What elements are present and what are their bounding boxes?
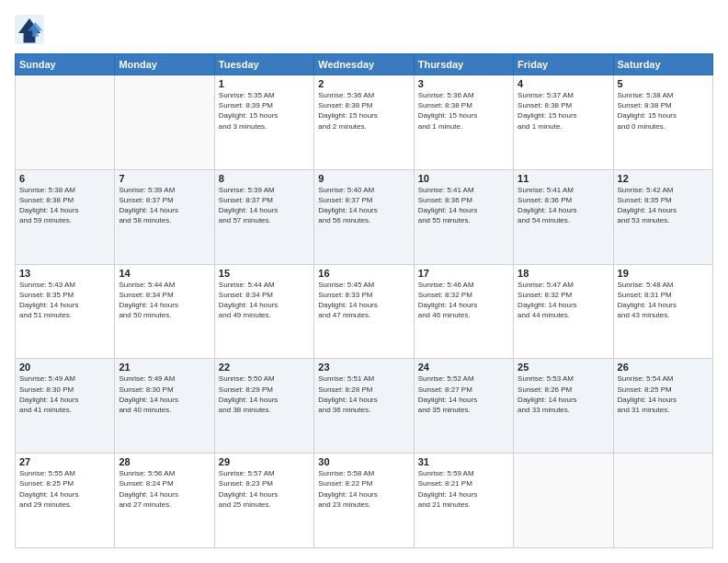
day-number: 24 bbox=[418, 362, 509, 373]
day-info: Sunrise: 5:43 AM Sunset: 8:35 PM Dayligh… bbox=[19, 280, 110, 321]
day-number: 1 bbox=[219, 78, 310, 89]
day-number: 17 bbox=[418, 268, 509, 279]
page: SundayMondayTuesdayWednesdayThursdayFrid… bbox=[0, 0, 728, 563]
day-number: 18 bbox=[518, 268, 609, 279]
day-info: Sunrise: 5:53 AM Sunset: 8:26 PM Dayligh… bbox=[518, 373, 609, 415]
day-info: Sunrise: 5:58 AM Sunset: 8:22 PM Dayligh… bbox=[318, 468, 409, 510]
calendar-cell: 31Sunrise: 5:59 AM Sunset: 8:21 PM Dayli… bbox=[414, 454, 513, 548]
day-info: Sunrise: 5:40 AM Sunset: 8:37 PM Dayligh… bbox=[318, 185, 409, 226]
header-row: SundayMondayTuesdayWednesdayThursdayFrid… bbox=[16, 54, 713, 75]
day-number: 27 bbox=[19, 456, 110, 467]
day-info: Sunrise: 5:51 AM Sunset: 8:28 PM Dayligh… bbox=[318, 373, 409, 415]
day-number: 7 bbox=[119, 173, 210, 184]
day-info: Sunrise: 5:36 AM Sunset: 8:38 PM Dayligh… bbox=[318, 90, 409, 132]
day-number: 22 bbox=[219, 362, 310, 373]
calendar-cell: 1Sunrise: 5:35 AM Sunset: 8:39 PM Daylig… bbox=[214, 75, 313, 170]
week-row-4: 20Sunrise: 5:49 AM Sunset: 8:30 PM Dayli… bbox=[16, 359, 713, 454]
day-info: Sunrise: 5:50 AM Sunset: 8:29 PM Dayligh… bbox=[219, 373, 310, 415]
day-info: Sunrise: 5:39 AM Sunset: 8:37 PM Dayligh… bbox=[119, 185, 210, 226]
calendar-cell: 16Sunrise: 5:45 AM Sunset: 8:33 PM Dayli… bbox=[314, 264, 414, 359]
day-number: 9 bbox=[318, 173, 409, 184]
day-number: 20 bbox=[19, 362, 110, 373]
col-header-monday: Monday bbox=[115, 54, 214, 75]
calendar-cell: 15Sunrise: 5:44 AM Sunset: 8:34 PM Dayli… bbox=[214, 264, 313, 359]
calendar-cell: 14Sunrise: 5:44 AM Sunset: 8:34 PM Dayli… bbox=[115, 264, 214, 359]
day-number: 14 bbox=[119, 268, 210, 279]
week-row-2: 6Sunrise: 5:38 AM Sunset: 8:38 PM Daylig… bbox=[16, 169, 713, 264]
calendar-cell bbox=[16, 75, 115, 170]
calendar-cell: 29Sunrise: 5:57 AM Sunset: 8:23 PM Dayli… bbox=[214, 454, 313, 548]
day-info: Sunrise: 5:49 AM Sunset: 8:30 PM Dayligh… bbox=[19, 373, 110, 415]
day-info: Sunrise: 5:38 AM Sunset: 8:38 PM Dayligh… bbox=[19, 185, 110, 226]
day-number: 16 bbox=[318, 268, 409, 279]
calendar-cell bbox=[514, 454, 613, 548]
day-info: Sunrise: 5:41 AM Sunset: 8:36 PM Dayligh… bbox=[418, 185, 509, 226]
calendar-cell: 3Sunrise: 5:36 AM Sunset: 8:38 PM Daylig… bbox=[414, 75, 513, 170]
calendar-cell bbox=[613, 454, 712, 548]
day-info: Sunrise: 5:47 AM Sunset: 8:32 PM Dayligh… bbox=[518, 280, 609, 321]
calendar-cell: 11Sunrise: 5:41 AM Sunset: 8:36 PM Dayli… bbox=[514, 169, 613, 264]
day-number: 2 bbox=[318, 78, 409, 89]
calendar-cell: 6Sunrise: 5:38 AM Sunset: 8:38 PM Daylig… bbox=[16, 169, 115, 264]
calendar-cell: 28Sunrise: 5:56 AM Sunset: 8:24 PM Dayli… bbox=[115, 454, 214, 548]
day-number: 12 bbox=[618, 173, 709, 184]
calendar-cell: 27Sunrise: 5:55 AM Sunset: 8:25 PM Dayli… bbox=[16, 454, 115, 548]
day-info: Sunrise: 5:42 AM Sunset: 8:35 PM Dayligh… bbox=[618, 185, 709, 226]
day-number: 11 bbox=[518, 173, 609, 184]
week-row-1: 1Sunrise: 5:35 AM Sunset: 8:39 PM Daylig… bbox=[16, 75, 713, 170]
calendar-cell: 20Sunrise: 5:49 AM Sunset: 8:30 PM Dayli… bbox=[16, 359, 115, 454]
day-number: 19 bbox=[618, 268, 709, 279]
day-number: 6 bbox=[19, 173, 110, 184]
day-info: Sunrise: 5:35 AM Sunset: 8:39 PM Dayligh… bbox=[219, 90, 310, 132]
calendar-cell bbox=[115, 75, 214, 170]
col-header-saturday: Saturday bbox=[613, 54, 712, 75]
calendar-cell: 22Sunrise: 5:50 AM Sunset: 8:29 PM Dayli… bbox=[214, 359, 313, 454]
calendar-cell: 19Sunrise: 5:48 AM Sunset: 8:31 PM Dayli… bbox=[613, 264, 712, 359]
day-number: 21 bbox=[119, 362, 210, 373]
day-info: Sunrise: 5:52 AM Sunset: 8:27 PM Dayligh… bbox=[418, 373, 509, 415]
day-info: Sunrise: 5:48 AM Sunset: 8:31 PM Dayligh… bbox=[618, 280, 709, 321]
calendar-cell: 21Sunrise: 5:49 AM Sunset: 8:30 PM Dayli… bbox=[115, 359, 214, 454]
calendar-cell: 23Sunrise: 5:51 AM Sunset: 8:28 PM Dayli… bbox=[314, 359, 414, 454]
day-number: 3 bbox=[418, 78, 509, 89]
calendar-cell: 7Sunrise: 5:39 AM Sunset: 8:37 PM Daylig… bbox=[115, 169, 214, 264]
day-number: 13 bbox=[19, 268, 110, 279]
calendar-cell: 25Sunrise: 5:53 AM Sunset: 8:26 PM Dayli… bbox=[514, 359, 613, 454]
day-info: Sunrise: 5:37 AM Sunset: 8:38 PM Dayligh… bbox=[518, 90, 609, 132]
day-number: 30 bbox=[318, 456, 409, 467]
calendar-cell: 2Sunrise: 5:36 AM Sunset: 8:38 PM Daylig… bbox=[314, 75, 414, 170]
col-header-sunday: Sunday bbox=[16, 54, 115, 75]
calendar-cell: 12Sunrise: 5:42 AM Sunset: 8:35 PM Dayli… bbox=[613, 169, 712, 264]
day-info: Sunrise: 5:46 AM Sunset: 8:32 PM Dayligh… bbox=[418, 280, 509, 321]
day-info: Sunrise: 5:44 AM Sunset: 8:34 PM Dayligh… bbox=[219, 280, 310, 321]
day-number: 28 bbox=[119, 456, 210, 467]
day-info: Sunrise: 5:44 AM Sunset: 8:34 PM Dayligh… bbox=[119, 280, 210, 321]
col-header-wednesday: Wednesday bbox=[314, 54, 414, 75]
logo-icon bbox=[15, 15, 44, 44]
calendar-cell: 5Sunrise: 5:38 AM Sunset: 8:38 PM Daylig… bbox=[613, 75, 712, 170]
header bbox=[15, 15, 713, 44]
day-number: 25 bbox=[518, 362, 609, 373]
calendar-cell: 10Sunrise: 5:41 AM Sunset: 8:36 PM Dayli… bbox=[414, 169, 513, 264]
day-info: Sunrise: 5:57 AM Sunset: 8:23 PM Dayligh… bbox=[219, 468, 310, 510]
calendar-cell: 13Sunrise: 5:43 AM Sunset: 8:35 PM Dayli… bbox=[16, 264, 115, 359]
calendar-cell: 24Sunrise: 5:52 AM Sunset: 8:27 PM Dayli… bbox=[414, 359, 513, 454]
day-info: Sunrise: 5:55 AM Sunset: 8:25 PM Dayligh… bbox=[19, 468, 110, 510]
calendar-cell: 18Sunrise: 5:47 AM Sunset: 8:32 PM Dayli… bbox=[514, 264, 613, 359]
day-number: 29 bbox=[219, 456, 310, 467]
week-row-5: 27Sunrise: 5:55 AM Sunset: 8:25 PM Dayli… bbox=[16, 454, 713, 548]
day-info: Sunrise: 5:41 AM Sunset: 8:36 PM Dayligh… bbox=[518, 185, 609, 226]
day-number: 8 bbox=[219, 173, 310, 184]
day-number: 4 bbox=[518, 78, 609, 89]
logo bbox=[15, 15, 48, 44]
calendar-cell: 17Sunrise: 5:46 AM Sunset: 8:32 PM Dayli… bbox=[414, 264, 513, 359]
day-info: Sunrise: 5:54 AM Sunset: 8:25 PM Dayligh… bbox=[618, 373, 709, 415]
calendar-cell: 30Sunrise: 5:58 AM Sunset: 8:22 PM Dayli… bbox=[314, 454, 414, 548]
col-header-tuesday: Tuesday bbox=[214, 54, 313, 75]
day-number: 15 bbox=[219, 268, 310, 279]
day-info: Sunrise: 5:59 AM Sunset: 8:21 PM Dayligh… bbox=[418, 468, 509, 510]
calendar-cell: 8Sunrise: 5:39 AM Sunset: 8:37 PM Daylig… bbox=[214, 169, 313, 264]
day-number: 10 bbox=[418, 173, 509, 184]
day-info: Sunrise: 5:45 AM Sunset: 8:33 PM Dayligh… bbox=[318, 280, 409, 321]
day-info: Sunrise: 5:49 AM Sunset: 8:30 PM Dayligh… bbox=[119, 373, 210, 415]
